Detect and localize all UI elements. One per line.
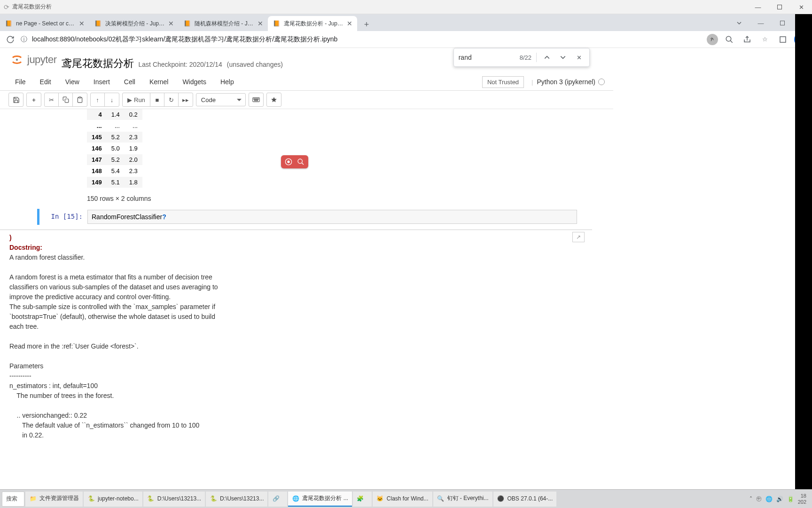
search-icon[interactable] (296, 157, 305, 167)
translate-icon[interactable] (707, 34, 718, 45)
window-maximize-button[interactable] (769, 0, 790, 14)
share-icon[interactable] (741, 33, 754, 46)
cell-value: 5.2 (107, 132, 125, 143)
find-input[interactable] (459, 54, 515, 61)
browser-tab-active[interactable]: 📙 鸢尾花数据分析 - Jupyter Note ✕ (268, 16, 357, 31)
cell-value: 1.8 (125, 177, 142, 188)
docstring-line: The sub-sample size is controlled with t… (9, 302, 583, 312)
tabs-dropdown-button[interactable] (728, 16, 750, 30)
code-identifier: RandomForestClassifier (92, 213, 162, 221)
site-info-icon[interactable]: ⓘ (21, 35, 27, 44)
move-up-button[interactable]: ↑ (91, 93, 105, 106)
url-text[interactable]: localhost:8890/notebooks/02机器学习sklearn/鸢… (32, 35, 702, 44)
row-index: 4 (87, 109, 107, 120)
paste-button[interactable] (73, 93, 87, 106)
menu-insert[interactable]: Insert (87, 75, 117, 88)
copy-button[interactable] (59, 93, 73, 106)
tab-label: 随机森林模型介绍 - Jupyter No (195, 20, 255, 28)
run-label: Run (134, 96, 145, 103)
move-down-button[interactable]: ↓ (105, 93, 119, 106)
find-close-button[interactable]: ✕ (573, 52, 585, 63)
close-icon[interactable]: ✕ (347, 20, 352, 27)
svg-rect-1 (780, 37, 786, 42)
close-icon[interactable]: ✕ (258, 20, 263, 27)
run-button[interactable]: ▶ Run (123, 93, 150, 106)
docstring-line: n_estimators : int, default=100 (9, 381, 583, 391)
svg-point-13 (298, 159, 302, 163)
svg-rect-3 (65, 99, 69, 103)
cell-value: 0.2 (125, 109, 142, 120)
window-minimize-button[interactable]: — (747, 0, 769, 14)
jupyter-icon: 📙 (183, 20, 191, 27)
bookmark-icon[interactable]: ☆ (758, 33, 772, 46)
command-palette-button[interactable] (249, 93, 263, 106)
save-button[interactable] (9, 93, 23, 106)
window-close-button[interactable]: ✕ (790, 0, 812, 14)
jupyter-icon: 📙 (5, 20, 12, 27)
jupyter-toolbar: + ✂ ↑ ↓ ▶ Run ■ ↻ ▸▸ Code (0, 91, 613, 109)
menu-view[interactable]: View (59, 75, 86, 88)
docstring-line: classifiers on various sub-samples of th… (9, 282, 583, 292)
svg-rect-8 (257, 99, 257, 99)
table-row: 149 5.1 1.8 (87, 177, 142, 188)
table-row: 145 5.2 2.3 (87, 132, 142, 143)
close-icon[interactable]: ✕ (168, 20, 174, 27)
cell-value: 5.0 (107, 143, 125, 154)
not-trusted-button[interactable]: Not Trusted (482, 76, 524, 88)
table-row: ... ... ... (87, 120, 142, 132)
jupyter-logo[interactable]: jupyter (8, 53, 57, 67)
find-prev-button[interactable] (541, 52, 553, 63)
insert-cell-button[interactable]: + (27, 93, 41, 106)
svg-point-2 (16, 59, 18, 61)
jupyter-icon: 📙 (273, 20, 280, 27)
nbextensions-button[interactable] (267, 93, 281, 106)
svg-rect-6 (254, 99, 254, 99)
extensions-icon[interactable] (776, 33, 789, 46)
window-minimize-button[interactable]: — (750, 16, 772, 30)
dataframe-summary: 150 rows × 2 columns (87, 188, 583, 207)
tab-label: ne Page - Select or create (16, 20, 76, 27)
notebook-title[interactable]: 鸢尾花数据分析 (62, 56, 134, 71)
open-external-icon[interactable]: ↗ (572, 232, 585, 242)
kernel-name[interactable]: Python 3 (ipykernel) (537, 78, 595, 86)
menu-kernel[interactable]: Kernel (143, 75, 175, 88)
new-tab-button[interactable]: + (360, 18, 373, 31)
last-checkpoint: Last Checkpoint: 2020/12/14 (139, 61, 222, 68)
menu-cell[interactable]: Cell (117, 75, 142, 88)
docstring-line: Read more in the :ref:`User Guide <fores… (9, 341, 583, 351)
menu-edit[interactable]: Edit (33, 75, 58, 88)
close-icon[interactable]: ✕ (79, 20, 85, 27)
browser-tab[interactable]: 📙 随机森林模型介绍 - Jupyter No ✕ (179, 16, 268, 31)
recording-widget[interactable] (281, 155, 308, 168)
find-bar: 8/22 ✕ (453, 48, 590, 67)
find-next-button[interactable] (557, 52, 569, 63)
cell-prompt: In [15]: (40, 210, 87, 224)
docstring-line: each tree. (9, 322, 583, 332)
menu-file[interactable]: File (8, 75, 32, 88)
window-title: 鸢尾花数据分析 (12, 3, 808, 11)
restart-run-all-button[interactable]: ▸▸ (179, 93, 193, 106)
menu-help[interactable]: Help (214, 75, 241, 88)
cell-type-select[interactable]: Code (196, 93, 246, 106)
row-index: 145 (87, 132, 107, 143)
pager-docstring[interactable]: ↗ ) Docstring: A random forest classifie… (0, 230, 592, 450)
record-icon[interactable] (284, 157, 293, 167)
svg-rect-7 (255, 99, 256, 99)
restart-button[interactable]: ↻ (164, 93, 179, 106)
zoom-icon[interactable] (723, 33, 736, 46)
reload-icon[interactable] (5, 34, 16, 45)
url-bar: ⓘ localhost:8890/notebooks/02机器学习sklearn… (0, 31, 812, 48)
jupyter-header: jupyter 鸢尾花数据分析 Last Checkpoint: 2020/12… (0, 48, 613, 73)
docstring-paren: ) (9, 233, 583, 243)
code-input[interactable]: RandomForestClassifier? (87, 210, 577, 224)
window-maximize-button[interactable] (772, 16, 793, 30)
cell-value: ... (125, 120, 142, 132)
interrupt-button[interactable]: ■ (150, 93, 164, 106)
menu-widgets[interactable]: Widgets (176, 75, 213, 88)
docstring-line: Parameters (9, 361, 583, 371)
cell-value: 5.1 (107, 177, 125, 188)
cut-button[interactable]: ✂ (45, 93, 59, 106)
code-cell[interactable]: In [15]: RandomForestClassifier? (37, 209, 578, 225)
browser-tab[interactable]: 📙 决策树模型介绍 - Jupyter Note ✕ (89, 16, 179, 31)
browser-tab[interactable]: 📙 ne Page - Select or create ✕ (0, 16, 89, 31)
